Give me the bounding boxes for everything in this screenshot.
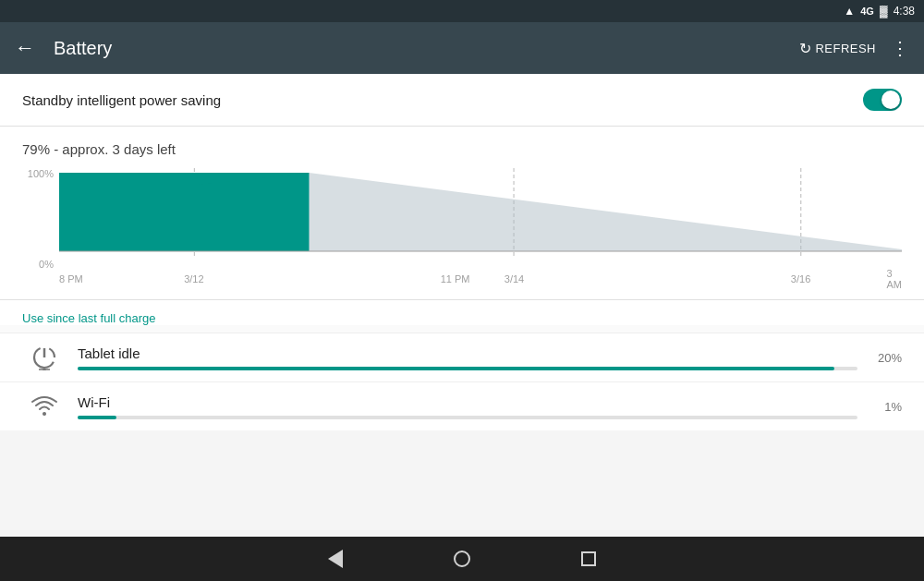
x-label-312: 3/12 [184,273,203,284]
wifi-percent: 1% [869,400,902,414]
tablet-idle-name: Tablet idle [78,345,857,361]
y-axis-labels: 100% 0% [22,168,59,270]
battery-level-text: 79% - approx. 3 days left [22,141,902,157]
top-bar-left: ← Battery [15,36,112,60]
tablet-idle-bar-fill [78,367,834,370]
cellular-status-icon: 4G [860,6,874,17]
x-label-11pm: 11 PM [441,273,470,284]
chart-svg [59,168,902,270]
page-title: Battery [54,38,112,59]
standby-toggle[interactable] [863,89,902,111]
recents-nav-button[interactable] [581,551,596,566]
tablet-idle-icon-area [22,345,67,370]
toggle-knob [881,91,900,109]
battery-status-icon: ▓ [880,5,888,18]
x-label-3am: 3 AM [887,268,903,290]
tablet-idle-percent: 20% [869,351,902,365]
chart-drawing-area [59,168,902,270]
x-label-8pm: 8 PM [59,273,83,284]
wifi-name: Wi-Fi [78,394,857,410]
tablet-idle-bar-track [78,367,857,370]
use-since-section: Use since last full charge [0,300,924,325]
svg-marker-4 [59,173,309,251]
status-bar: ▲ 4G ▓ 4:38 [0,0,924,22]
wifi-icon-area [22,393,67,419]
back-nav-button[interactable] [328,550,343,568]
refresh-label: REFRESH [815,42,876,55]
nav-bar [0,537,924,581]
wifi-icon [31,393,57,419]
back-button[interactable]: ← [15,36,35,60]
wifi-bar-fill [78,416,116,419]
svg-point-11 [43,412,46,416]
y-label-100: 100% [28,168,54,179]
y-label-0: 0% [39,259,54,270]
wifi-bar-track [78,416,857,419]
x-label-316: 3/16 [791,273,810,284]
chart-section: 79% - approx. 3 days left 100% 0% [0,127,924,300]
standby-label: Standby intelligent power saving [22,92,221,108]
svg-marker-5 [309,173,902,251]
battery-chart: 100% 0% [22,168,902,288]
usage-item-wifi[interactable]: Wi-Fi 1% [0,381,924,430]
refresh-icon: ↻ [799,40,812,57]
power-icon [31,345,57,370]
x-axis-labels: 8 PM 3/12 11 PM 3/14 3 AM 3/16 [59,270,902,288]
standby-row: Standby intelligent power saving [0,74,924,127]
clock: 4:38 [894,5,915,18]
content-area: Standby intelligent power saving 79% - a… [0,74,924,430]
top-bar: ← Battery ↻ REFRESH ⋮ [0,22,924,74]
wifi-details: Wi-Fi [67,394,869,419]
home-nav-button[interactable] [454,551,470,567]
x-label-314: 3/14 [505,273,524,284]
use-since-label: Use since last full charge [22,311,902,325]
more-options-button[interactable]: ⋮ [891,37,909,59]
tablet-idle-details: Tablet idle [67,345,869,370]
refresh-button[interactable]: ↻ REFRESH [799,40,876,57]
top-bar-right: ↻ REFRESH ⋮ [799,37,909,59]
status-icons: ▲ 4G ▓ 4:38 [844,5,915,18]
usage-item-tablet-idle[interactable]: Tablet idle 20% [0,333,924,381]
wifi-status-icon: ▲ [844,5,855,18]
